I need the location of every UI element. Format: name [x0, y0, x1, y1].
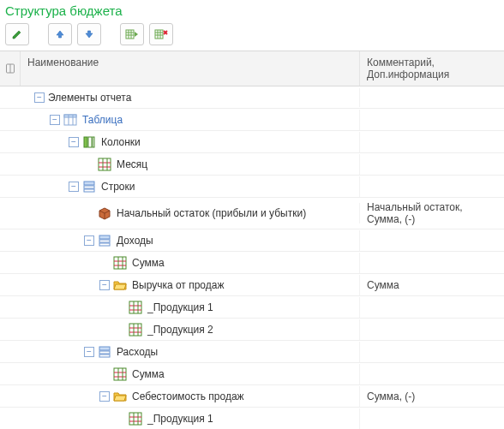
- tree-toggle[interactable]: −: [69, 137, 79, 147]
- arrow-down-icon: [83, 28, 95, 40]
- tree-toggle[interactable]: −: [84, 347, 94, 357]
- tree-row-sales[interactable]: −Выручка от продажСумма: [0, 274, 504, 296]
- pencil-icon: [11, 28, 23, 40]
- grid-icon: [98, 158, 111, 171]
- tree-cell-comment: [360, 326, 504, 333]
- header-name[interactable]: Наименование: [21, 51, 360, 86]
- grid-icon: [129, 301, 142, 314]
- tree-row-cost[interactable]: −Себестоимость продажСумма, (-): [0, 385, 504, 408]
- tree-label: Колонки: [101, 136, 141, 148]
- tree-label: Элементы отчета: [48, 92, 131, 104]
- tree-row-month[interactable]: Месяц: [0, 153, 504, 176]
- tree-cell-name: −Расходы: [0, 342, 360, 362]
- page-title: Структура бюджета: [0, 0, 504, 23]
- tree-cell-comment: [360, 237, 504, 244]
- tree-cell-name: Начальный остаток (прибыли и убытки): [0, 203, 360, 223]
- tree-label: Себестоимость продаж: [132, 390, 244, 402]
- tree-cell-name: −Себестоимость продаж: [0, 386, 360, 407]
- move-up-button[interactable]: [48, 23, 72, 45]
- tree-cell-comment: [360, 371, 504, 378]
- tree-cell-name: Сумма: [0, 253, 360, 273]
- tree-label: Сумма: [132, 257, 165, 269]
- tree-cell-comment: [360, 94, 504, 101]
- tree-label: Строки: [101, 181, 135, 193]
- svg-rect-0: [126, 30, 134, 39]
- tree-cell-name: _Продукция 1: [0, 408, 360, 429]
- edit-button[interactable]: [5, 23, 29, 45]
- tree-cell-name: _Продукция 1: [0, 297, 360, 318]
- tree-cell-comment: [360, 183, 504, 190]
- header-icon-cell: [0, 51, 21, 86]
- tree-row-income[interactable]: −Доходы: [0, 229, 504, 252]
- tree-row-elements[interactable]: −Элементы отчета: [0, 86, 504, 109]
- tree-cell-name: −Элементы отчета: [0, 88, 360, 107]
- tree-row-prod1a[interactable]: _Продукция 1: [0, 296, 504, 319]
- tree-toggle[interactable]: −: [99, 391, 110, 402]
- grid-icon: [129, 323, 142, 337]
- tree-label: Сумма: [132, 368, 165, 380]
- tree-row-sum1[interactable]: Сумма: [0, 252, 504, 274]
- tree-toggle[interactable]: −: [50, 115, 60, 125]
- tree-cell-comment: Сумма: [360, 276, 504, 295]
- tree-cell-comment: [360, 304, 504, 311]
- tree-toggle[interactable]: −: [34, 92, 45, 103]
- svg-rect-5: [155, 30, 163, 39]
- grid-icon: [113, 367, 127, 381]
- toolbar: [0, 23, 504, 51]
- tree-toggle[interactable]: −: [84, 235, 94, 246]
- tree-cell-comment: [360, 349, 504, 355]
- tree-label: _Продукция 2: [147, 324, 213, 336]
- brick-icon: [98, 206, 111, 220]
- tree-row-prod2a[interactable]: _Продукция 2: [0, 319, 504, 341]
- tree-cell-name: −Доходы: [0, 230, 360, 251]
- tree-label: Выручка от продаж: [132, 279, 224, 291]
- delete-column-button[interactable]: [149, 23, 173, 45]
- move-down-button[interactable]: [77, 23, 101, 45]
- tree-row-rows[interactable]: −Строки: [0, 176, 504, 198]
- tree-cell-comment: [360, 259, 504, 266]
- cols-icon: [82, 135, 96, 149]
- grid-icon: [129, 412, 142, 426]
- header-comment[interactable]: Комментарий, Доп.информация: [360, 51, 504, 86]
- tree-label: Месяц: [117, 158, 147, 170]
- tree-toggle[interactable]: −: [69, 182, 79, 192]
- tree-row-sum2[interactable]: Сумма: [0, 363, 504, 385]
- tree-toggle[interactable]: −: [99, 280, 110, 290]
- tree-rows: −Элементы отчета−Таблица−КолонкиМесяц−Ст…: [0, 86, 504, 429]
- tree-cell-comment: [360, 139, 504, 146]
- tree-cell-comment: [360, 415, 504, 422]
- table-delete-icon: [154, 28, 168, 40]
- folder-icon: [113, 390, 127, 403]
- table-add-icon: [125, 28, 139, 40]
- rows-icon: [98, 234, 111, 247]
- tree-cell-name: Месяц: [0, 154, 360, 175]
- tree-cell-comment: Сумма, (-): [360, 387, 504, 406]
- tree-cell-name: _Продукция 2: [0, 319, 360, 340]
- tree-row-begbal[interactable]: Начальный остаток (прибыли и убытки)Нача…: [0, 198, 504, 229]
- table-icon: [63, 113, 77, 127]
- tree-cell-name: −Строки: [0, 176, 360, 197]
- tree-label: _Продукция 1: [147, 301, 213, 313]
- tree-label: Начальный остаток (прибыли и убытки): [117, 207, 306, 219]
- column-icon: [5, 63, 15, 74]
- add-column-button[interactable]: [120, 23, 144, 45]
- folder-icon: [113, 278, 127, 292]
- rows-icon: [98, 345, 111, 359]
- tree-label: Таблица: [82, 114, 123, 126]
- tree-cell-comment: Начальный остаток, Сумма, (-): [360, 198, 504, 229]
- tree-row-prod1b[interactable]: _Продукция 1: [0, 408, 504, 429]
- tree-cell-comment: [360, 116, 504, 123]
- tree-label: Доходы: [117, 235, 153, 247]
- tree-label: Расходы: [117, 346, 158, 358]
- tree-cell-name: −Таблица: [0, 110, 360, 130]
- tree-cell-name: −Выручка от продаж: [0, 275, 360, 295]
- tree-row-expenses[interactable]: −Расходы: [0, 341, 504, 363]
- tree-row-columns[interactable]: −Колонки: [0, 131, 504, 153]
- arrow-up-icon: [54, 28, 66, 40]
- tree-row-table[interactable]: −Таблица: [0, 109, 504, 131]
- tree-cell-comment: [360, 161, 504, 168]
- tree-cell-name: Сумма: [0, 364, 360, 384]
- grid-icon: [113, 256, 127, 270]
- tree-cell-name: −Колонки: [0, 132, 360, 152]
- tree-label: _Продукция 1: [147, 413, 213, 425]
